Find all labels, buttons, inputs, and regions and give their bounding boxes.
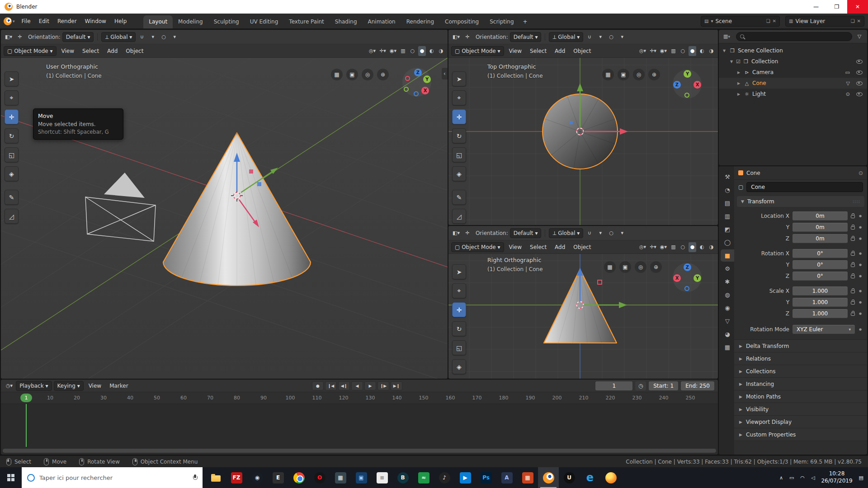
tab-sculpting[interactable]: Sculpting <box>208 15 245 28</box>
gizmo-axis-neg-y[interactable] <box>684 93 689 98</box>
annotate-tool[interactable]: ✎ <box>5 190 19 205</box>
clock-icon-button[interactable]: ◷ <box>635 381 646 390</box>
timeline-playback-dropdown[interactable]: Playback ▾ <box>16 381 52 391</box>
expand-caret[interactable]: ▶ <box>736 92 741 96</box>
shading-wireframe-button[interactable]: ○ <box>679 242 687 252</box>
transform-tool[interactable]: ◈ <box>452 359 466 374</box>
unlink-scene-button[interactable]: ✕ <box>773 19 776 23</box>
file-explorer[interactable] <box>205 467 226 488</box>
transform-panel-header[interactable]: ▼ Transform ∷∷ <box>737 196 864 207</box>
zoom-icon[interactable]: ⊕ <box>650 261 662 273</box>
editor-type-selector[interactable]: ◧▾ <box>451 32 461 42</box>
navigation-gizmo[interactable]: ZYX <box>402 68 431 97</box>
rotate-tool[interactable]: ↻ <box>452 128 466 143</box>
snap-magnet-toggle[interactable]: ∪ <box>137 32 146 42</box>
drag-handle-icon[interactable]: ∷∷ <box>853 199 860 204</box>
animate-dot[interactable]: ● <box>858 214 863 218</box>
perspective-grid-icon[interactable]: ▦ <box>604 261 616 273</box>
pan-hand-icon[interactable]: ◎ <box>635 261 646 273</box>
annotate-tool[interactable]: ✎ <box>452 190 466 205</box>
transform-tool[interactable]: ◈ <box>452 166 466 181</box>
firefox[interactable] <box>600 467 621 488</box>
select-box-tool[interactable]: ➤ <box>5 71 19 86</box>
properties-tab-render[interactable]: ◔ <box>721 184 734 196</box>
properties-tab-scene[interactable]: ◩ <box>721 223 734 235</box>
viewport-3d-top[interactable]: ◧▾✛Orientation:Default ▾⟂ Global ▾∪▾○▾▢ … <box>448 30 718 225</box>
microphone-icon[interactable] <box>193 474 197 481</box>
breadcrumb-object[interactable]: Cone <box>746 170 855 176</box>
transform-tool[interactable]: ◈ <box>5 166 19 181</box>
measure-tool[interactable]: ◿ <box>5 209 19 224</box>
gizmo-axis-y[interactable]: Y <box>684 70 691 78</box>
viewport-menu-add[interactable]: Add <box>104 47 121 56</box>
outliner-row-scene-collection[interactable]: ▼❒Scene Collection <box>719 45 867 56</box>
move-tool[interactable]: ✛ <box>452 302 466 317</box>
snap-dropdown[interactable]: ▾ <box>596 32 605 42</box>
viewport-3d-main[interactable]: ◧▾✛Orientation:Default ▾⟂ Global ▾∪▾○▾▢ … <box>1 30 448 379</box>
timeline-menu-view[interactable]: View <box>85 381 104 390</box>
rotate-tool[interactable]: ↻ <box>452 321 466 336</box>
gizmo-axis-neg-z[interactable] <box>684 286 689 291</box>
expand-caret[interactable]: ▶ <box>736 70 741 75</box>
navigation-gizmo[interactable]: ZXY <box>673 263 702 292</box>
close-button[interactable]: ✕ <box>847 0 868 14</box>
taskbar-app-13[interactable]: ▶ <box>455 467 476 488</box>
animate-dot[interactable]: ● <box>858 225 863 229</box>
lock-icon[interactable] <box>851 301 855 305</box>
perspective-grid-icon[interactable]: ▦ <box>331 69 343 80</box>
tab-uv-editing[interactable]: UV Editing <box>245 15 284 28</box>
proportional-edit-toggle[interactable]: ○ <box>607 228 616 238</box>
lock-icon[interactable] <box>851 313 855 316</box>
value-field[interactable]: 0m <box>793 223 848 232</box>
opera[interactable]: O <box>309 467 330 488</box>
viewport-menu-add[interactable]: Add <box>552 243 568 252</box>
properties-tab-material[interactable]: ◕ <box>721 328 734 340</box>
collapse-caret[interactable]: ▼ <box>722 49 727 53</box>
tab-scripting[interactable]: Scripting <box>484 15 519 28</box>
collection-checkbox[interactable]: ☑ <box>736 59 741 65</box>
gizmo-axis-x[interactable]: X <box>673 274 681 282</box>
tab-rendering[interactable]: Rendering <box>401 15 439 28</box>
sidebar-toggle[interactable]: ‹ <box>442 68 448 80</box>
shading-material-button[interactable]: ◐ <box>698 242 706 252</box>
pin-icon[interactable]: ⊙ <box>859 170 863 176</box>
zoom-icon[interactable]: ⊕ <box>648 69 660 80</box>
viewport-menu-select[interactable]: Select <box>527 243 550 252</box>
lock-icon[interactable] <box>851 275 855 278</box>
menu-edit[interactable]: Edit <box>35 16 53 26</box>
outliner-row-cone[interactable]: ▶△Cone▽ <box>719 78 867 89</box>
scale-tool[interactable]: ◱ <box>452 340 466 355</box>
shading-wireframe-button[interactable]: ○ <box>409 46 416 56</box>
gizmo-axis-z[interactable]: Z <box>684 263 691 271</box>
animate-dot[interactable]: ● <box>858 237 863 240</box>
photoshop[interactable]: Ps <box>476 467 496 488</box>
tray-volume-icon[interactable]: ◁ <box>811 475 815 481</box>
animate-dot[interactable]: ● <box>858 252 863 255</box>
orientation-dropdown[interactable]: Default ▾ <box>510 32 542 42</box>
z-plane-handle[interactable] <box>570 121 573 124</box>
mode-dropdown[interactable]: ▢ Object Mode ▾ <box>451 46 504 56</box>
start-button[interactable] <box>0 467 22 488</box>
snap-dropdown[interactable]: ▾ <box>148 32 157 42</box>
move-tool[interactable]: ✛ <box>5 109 19 124</box>
snap-dropdown[interactable]: ▾ <box>596 228 605 238</box>
value-field[interactable]: 1.000 <box>793 286 848 296</box>
xray-toggle[interactable]: ▥ <box>399 46 407 56</box>
notepad[interactable]: ≡ <box>372 467 392 488</box>
add-workspace-button[interactable]: + <box>519 15 531 28</box>
taskbar-clock[interactable]: 10:28 26/07/2019 <box>821 470 852 484</box>
shading-rendered-button[interactable]: ◑ <box>708 242 715 252</box>
timeline-keying-dropdown[interactable]: Keying ▾ <box>54 381 84 391</box>
panel-instancing[interactable]: ▶Instancing <box>734 378 867 390</box>
calculator[interactable]: ▦ <box>330 467 351 488</box>
viewport-menu-select[interactable]: Select <box>79 47 102 56</box>
pan-hand-icon[interactable]: ◎ <box>633 69 645 80</box>
tab-texture-paint[interactable]: Texture Paint <box>283 15 329 28</box>
transport-jump-to-start[interactable]: ❙◀ <box>325 381 337 390</box>
value-field[interactable]: 0m <box>793 211 848 221</box>
new-scene-button[interactable]: ❏ <box>766 19 770 23</box>
snap-magnet-toggle[interactable]: ∪ <box>585 228 594 238</box>
tab-animation[interactable]: Animation <box>363 15 401 28</box>
overlays-dropdown[interactable]: ◉▾ <box>389 46 397 56</box>
camera-view-icon[interactable]: ▣ <box>619 261 631 273</box>
